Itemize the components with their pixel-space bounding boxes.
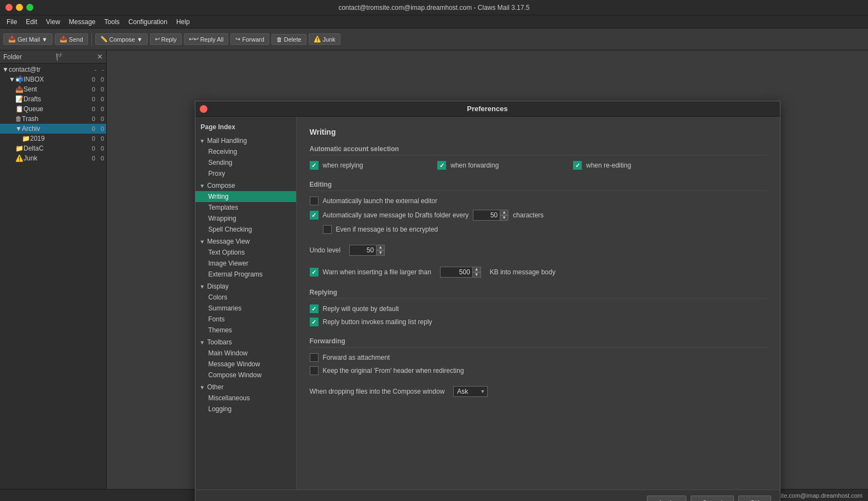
checkbox-autosave[interactable]: Automatically save message to Drafts fol…: [310, 211, 469, 220]
minimize-button[interactable]: [16, 4, 23, 11]
sidebar-item-logging[interactable]: Logging: [195, 404, 296, 414]
sidebar-item-templates[interactable]: Templates: [195, 202, 296, 213]
checkbox-encrypt[interactable]: Even if message is to be encrypted: [323, 225, 438, 234]
autosave-spin-down[interactable]: ▼: [500, 215, 508, 221]
undo-spin-buttons: ▲ ▼: [376, 245, 385, 256]
close-button[interactable]: [5, 4, 13, 11]
checkbox-autosave-box[interactable]: [310, 211, 319, 220]
menu-message[interactable]: Message: [65, 17, 100, 27]
menu-view[interactable]: View: [42, 17, 65, 27]
checkbox-quote-default[interactable]: Reply will quote by default: [310, 304, 399, 313]
undo-spin-down[interactable]: ▼: [376, 250, 385, 256]
menu-help[interactable]: Help: [172, 17, 194, 27]
maximize-button[interactable]: [26, 4, 33, 11]
mailing-list-reply-label: Reply button invokes mailing list reply: [323, 318, 432, 326]
list-item[interactable]: 📤 Sent 00: [0, 84, 106, 94]
list-item[interactable]: ⚠️ Junk 00: [0, 153, 106, 163]
apply-button[interactable]: Apply: [647, 496, 686, 501]
nav-group-toolbars-header[interactable]: ▼ Toolbars: [195, 337, 296, 348]
delete-button[interactable]: 🗑 Delete: [271, 34, 306, 45]
list-item[interactable]: ▼ 📬 INBOX 00: [0, 74, 106, 84]
inbox-label: INBOX: [24, 76, 44, 83]
nav-group-mail-handling-header[interactable]: ▼ Mail Handling: [195, 135, 296, 146]
menu-tools[interactable]: Tools: [100, 17, 124, 27]
nav-group-display-header[interactable]: ▼ Display: [195, 281, 296, 292]
sidebar-item-compose-window[interactable]: Compose Window: [195, 370, 296, 381]
list-item[interactable]: 📁 DeltaC 00: [0, 143, 106, 153]
checkbox-mailing-list-reply-box[interactable]: [310, 318, 319, 326]
nav-group-other-header[interactable]: ▼ Other: [195, 382, 296, 393]
sidebar-item-spell-checking[interactable]: Spell Checking: [195, 224, 296, 235]
pref-group-forwarding-title: Forwarding: [310, 337, 767, 348]
list-item[interactable]: 📝 Drafts 00: [0, 94, 106, 104]
sidebar-item-colors[interactable]: Colors: [195, 292, 296, 303]
forward-button[interactable]: ↪ Forward: [230, 33, 269, 45]
sidebar-item-fonts[interactable]: Fonts: [195, 314, 296, 325]
sidebar-item-image-viewer[interactable]: Image Viewer: [195, 258, 296, 269]
dialog-close-button[interactable]: [200, 105, 207, 113]
sidebar-item-miscellaneous[interactable]: Miscellaneous: [195, 393, 296, 404]
menu-configuration[interactable]: Configuration: [124, 17, 172, 27]
delta-label: DeltaC: [24, 145, 44, 152]
checkbox-external-editor-box[interactable]: [310, 197, 319, 205]
checkbox-warn-file-box[interactable]: [310, 268, 319, 277]
sidebar-item-text-options[interactable]: Text Options: [195, 247, 296, 258]
checkbox-external-editor[interactable]: Automatically launch the external editor: [310, 197, 437, 205]
undo-spinbox[interactable]: [349, 245, 377, 256]
junk-button[interactable]: ⚠️ Junk: [309, 33, 340, 45]
nav-group-message-view-header[interactable]: ▼ Message View: [195, 236, 296, 247]
get-mail-button[interactable]: 📥 Get Mail ▼: [3, 33, 53, 45]
sidebar-item-sending[interactable]: Sending: [195, 157, 296, 168]
list-item[interactable]: 📁 2019 00: [0, 134, 106, 143]
checkbox-forward-attachment[interactable]: Forward as attachment: [310, 353, 390, 362]
sidebar-item-writing[interactable]: Writing: [195, 191, 296, 202]
ok-button[interactable]: OK: [738, 496, 771, 501]
drop-files-select[interactable]: Ask Attach Insert: [453, 386, 488, 397]
list-item[interactable]: 📋 Queue 00: [0, 104, 106, 114]
sidebar-item-receiving[interactable]: Receiving: [195, 146, 296, 157]
menu-edit[interactable]: Edit: [21, 17, 42, 27]
warn-file-spin-down[interactable]: ▼: [472, 272, 481, 278]
checkbox-when-re-editing[interactable]: when re-editing: [573, 161, 631, 170]
checkbox-forward-attachment-box[interactable]: [310, 353, 319, 362]
sent-icon: 📤: [15, 85, 24, 93]
sidebar-item-summaries[interactable]: Summaries: [195, 303, 296, 314]
checkbox-keep-from-header[interactable]: Keep the original 'From' header when red…: [310, 366, 464, 375]
checkbox-when-replying[interactable]: when replying: [310, 161, 363, 170]
reply-button[interactable]: ↩ Reply: [150, 33, 182, 45]
list-item[interactable]: 🗑 Trash 00: [0, 114, 106, 124]
sidebar-item-proxy[interactable]: Proxy: [195, 168, 296, 179]
autosave-spinbox[interactable]: [473, 210, 500, 221]
nav-group-compose-header[interactable]: ▼ Compose: [195, 180, 296, 191]
checkbox-when-replying-box[interactable]: [310, 161, 319, 170]
autosave-spin-up[interactable]: ▲: [500, 210, 508, 215]
pref-group-forwarding: Forwarding Forward as attachment: [310, 337, 767, 375]
reply-all-button[interactable]: ↩↩ Reply All: [184, 33, 229, 45]
nav-group-toolbars-label: Toolbars: [207, 338, 232, 346]
checkbox-when-re-editing-box[interactable]: [573, 161, 582, 170]
sidebar-item-themes[interactable]: Themes: [195, 325, 296, 336]
checkbox-when-forwarding[interactable]: when forwarding: [437, 161, 499, 170]
checkbox-encrypt-box[interactable]: [323, 225, 332, 234]
send-button[interactable]: 📤 Send: [55, 33, 88, 45]
checkbox-warn-file[interactable]: Warn when inserting a file larger than: [310, 268, 431, 277]
checkbox-when-forwarding-box[interactable]: [437, 161, 446, 170]
undo-spin-up[interactable]: ▲: [376, 245, 385, 250]
warn-file-spin-up[interactable]: ▲: [472, 267, 481, 272]
list-item[interactable]: ▼ Archiv 00: [0, 124, 106, 134]
compose-button[interactable]: ✏️ Compose ▼: [95, 33, 148, 45]
checkbox-mailing-list-reply[interactable]: Reply button invokes mailing list reply: [310, 318, 432, 326]
menu-file[interactable]: File: [2, 17, 21, 27]
sidebar-item-external-programs[interactable]: External Programs: [195, 269, 296, 280]
warn-file-spinbox[interactable]: [440, 267, 473, 278]
checkbox-keep-from-header-box[interactable]: [310, 366, 319, 375]
templates-label: Templates: [209, 204, 239, 211]
sidebar-item-main-window[interactable]: Main Window: [195, 348, 296, 359]
pref-group-drop-files: When dropping files into the Compose win…: [310, 386, 767, 397]
checkbox-quote-default-box[interactable]: [310, 304, 319, 313]
sidebar-item-wrapping[interactable]: Wrapping: [195, 213, 296, 224]
cancel-button[interactable]: Cancel: [691, 496, 734, 501]
sidebar-item-message-window[interactable]: Message Window: [195, 359, 296, 370]
list-item[interactable]: ▼ contact@tr --: [0, 65, 106, 74]
when-forwarding-label: when forwarding: [450, 162, 499, 169]
